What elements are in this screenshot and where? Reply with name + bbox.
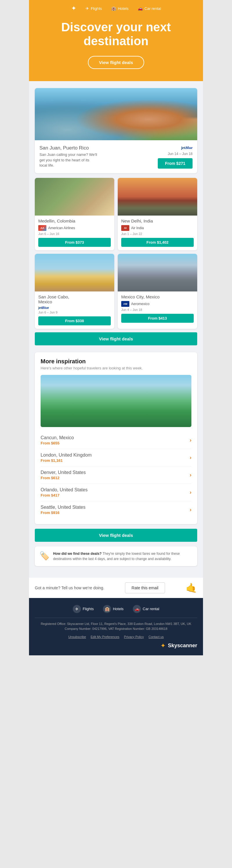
dest-image-medellin — [35, 178, 114, 216]
dest-card-medellin: Medellin, Colombia AA American Airlines … — [35, 178, 114, 250]
dest-card-mexicocity: Mexico City, Mexico AM Aeromexico Jun 4 … — [118, 254, 197, 329]
insp-item-seattle[interactable]: Seattle, United States From $916 › — [40, 501, 192, 518]
insp-city-denver: Denver, United States — [40, 470, 86, 475]
insp-price-seattle: From $916 — [40, 510, 86, 515]
insp-city-orlando: Orlando, United States — [40, 487, 88, 493]
dest-date-newdelhi: Jun 1 – Jun 22 — [121, 232, 194, 236]
footer-nav-hotels[interactable]: 🏨 Hotels — [103, 605, 123, 613]
dest-airline-sanjosecabo: jetBlue — [38, 306, 111, 309]
dest-book-newdelhi[interactable]: From $1,402 — [121, 238, 194, 247]
destinations-row-2: San Jose Cabo, Mexico jetBlue Jun 6 – Ju… — [35, 254, 197, 329]
airline-logo: jetBlue — [158, 145, 193, 150]
featured-description: San Juan calling your name? We'll get yo… — [39, 152, 97, 168]
aeromexico-logo-icon: AM — [121, 301, 129, 307]
footer-divider — [35, 618, 197, 618]
insp-city-seattle: Seattle, United States — [40, 505, 86, 510]
privacy-policy-link[interactable]: Privacy Policy — [124, 635, 144, 639]
aa-logo-icon: AA — [38, 225, 47, 231]
featured-body: San Juan, Puerto Rico San Juan calling y… — [35, 140, 197, 173]
dest-date-mexicocity: Jun 4 – Jun 18 — [121, 308, 194, 311]
view-deals-button-2[interactable]: View flight deals — [35, 529, 197, 542]
insp-info-cancun: Cancun, Mexico From $655 — [40, 435, 74, 445]
dest-airline-name-mexicocity: Aeromexico — [131, 302, 149, 306]
insp-info-denver: Denver, United States From $612 — [40, 470, 86, 480]
dest-card-newdelhi: New Delhi, India AI Air India Jun 1 – Ju… — [118, 178, 197, 250]
dest-body-medellin: Medellin, Colombia AA American Airlines … — [35, 216, 114, 250]
header-nav: ✦ ✈ Flights 🏨 Hotels 🚗 Car rental — [29, 0, 203, 14]
hero-title: Discover your next destination — [40, 20, 192, 49]
header: ✦ ✈ Flights 🏨 Hotels 🚗 Car rental Discov… — [29, 0, 203, 81]
jetblue-logo-icon: jetBlue — [38, 306, 49, 309]
air-india-logo-icon: AI — [121, 225, 129, 231]
inspiration-image — [40, 375, 192, 427]
insp-price-london: From $1,161 — [40, 458, 92, 463]
hotels-icon: 🏨 — [111, 6, 116, 11]
dest-name-medellin: Medellin, Colombia — [38, 218, 111, 223]
feedback-prompt: Got a minute? Tell us how we're doing. — [35, 586, 105, 590]
insp-price-denver: From $612 — [40, 476, 86, 480]
dest-image-mexicocity — [118, 254, 197, 291]
dest-airline-mexicocity: AM Aeromexico — [121, 301, 194, 307]
featured-book-button[interactable]: From $271 — [158, 158, 193, 168]
view-deals-button-1[interactable]: View flight deals — [35, 332, 197, 345]
skyscanner-logo-icon: ✦ — [161, 642, 166, 650]
insp-item-orlando[interactable]: Orlando, United States From $417 › — [40, 484, 192, 501]
dest-book-sanjosecabo[interactable]: From $338 — [38, 316, 111, 326]
logo: ✦ — [71, 5, 76, 12]
dest-airline-newdelhi: AI Air India — [121, 225, 194, 231]
dest-body-newdelhi: New Delhi, India AI Air India Jun 1 – Ju… — [118, 216, 197, 250]
dest-book-medellin[interactable]: From $373 — [38, 238, 111, 247]
insp-info-orlando: Orlando, United States From $417 — [40, 487, 88, 497]
footer-brand: ✦ Skyscanner — [35, 642, 197, 650]
insp-item-denver[interactable]: Denver, United States From $612 › — [40, 466, 192, 484]
skyscanner-brand-name: Skyscanner — [168, 643, 197, 649]
dest-card-sanjosecabo: San Jose Cabo, Mexico jetBlue Jun 6 – Ju… — [35, 254, 114, 329]
insp-info-seattle: Seattle, United States From $916 — [40, 505, 86, 515]
featured-booking: jetBlue Jun 14 – Jun 18 From $271 — [158, 145, 193, 168]
dest-name-sanjosecabo: San Jose Cabo, Mexico — [38, 294, 111, 304]
footer-nav: ✈ Flights 🏨 Hotels 🚗 Car rental — [35, 605, 197, 613]
nav-hotels[interactable]: 🏨 Hotels — [111, 6, 128, 11]
dest-book-mexicocity[interactable]: From $413 — [121, 314, 194, 323]
disclaimer-section: 🏷️ How did we find these deals? They're … — [35, 547, 197, 566]
feedback-row: Got a minute? Tell us how we're doing. R… — [29, 578, 203, 598]
dest-body-mexicocity: Mexico City, Mexico AM Aeromexico Jun 4 … — [118, 291, 197, 326]
hand-emoji: 🤙 — [185, 582, 197, 593]
nav-car-rental[interactable]: 🚗 Car rental — [138, 6, 161, 11]
footer-nav-flights[interactable]: ✈ Flights — [73, 605, 94, 613]
view-deals-hero-button[interactable]: View flight deals — [88, 56, 144, 69]
main-content: San Juan, Puerto Rico San Juan calling y… — [29, 81, 203, 578]
featured-image — [35, 88, 197, 140]
chevron-right-icon: › — [190, 472, 192, 478]
svg-marker-0 — [110, 75, 122, 81]
contact-us-link[interactable]: Contact us — [148, 635, 164, 639]
insp-info-london: London, United Kingdom From $1,161 — [40, 453, 92, 463]
insp-item-london[interactable]: London, United Kingdom From $1,161 › — [40, 449, 192, 466]
edit-preferences-link[interactable]: Edit My Preferences — [91, 635, 119, 639]
footer: ✈ Flights 🏨 Hotels 🚗 Car rental Register… — [29, 598, 203, 655]
dest-date-sanjosecabo: Jun 6 – Jun 9 — [38, 311, 111, 314]
insp-item-cancun[interactable]: Cancun, Mexico From $655 › — [40, 432, 192, 449]
dest-airline-medellin: AA American Airlines — [38, 225, 111, 231]
footer-nav-car-rental[interactable]: 🚗 Car rental — [133, 605, 159, 613]
featured-info: San Juan, Puerto Rico San Juan calling y… — [39, 145, 97, 168]
insp-price-orlando: From $417 — [40, 493, 88, 497]
insp-city-london: London, United Kingdom — [40, 453, 92, 458]
footer-links: Unsubscribe Edit My Preferences Privacy … — [35, 635, 197, 639]
dest-image-sanjosecabo — [35, 254, 114, 291]
footer-car-icon: 🚗 — [133, 605, 141, 613]
dest-airline-name-medellin: American Airlines — [48, 226, 75, 230]
insp-city-cancun: Cancun, Mexico — [40, 435, 74, 440]
more-inspiration-subtitle: Here's where other hopeful travelers are… — [40, 366, 192, 370]
rate-email-button[interactable]: Rate this email — [125, 582, 165, 593]
chevron-right-icon: › — [190, 507, 192, 513]
dest-airline-name-newdelhi: Air India — [131, 226, 144, 230]
dest-name-mexicocity: Mexico City, Mexico — [121, 294, 194, 299]
unsubscribe-link[interactable]: Unsubscribe — [68, 635, 86, 639]
featured-city: San Juan, Puerto Rico — [39, 145, 97, 151]
dest-date-medellin: Jun 6 – Jun 16 — [38, 232, 111, 236]
nav-flights[interactable]: ✈ Flights — [86, 6, 102, 11]
chevron-right-icon: › — [190, 455, 192, 461]
chevron-right-icon: › — [190, 437, 192, 443]
featured-dates: Jun 14 – Jun 18 — [158, 152, 193, 156]
